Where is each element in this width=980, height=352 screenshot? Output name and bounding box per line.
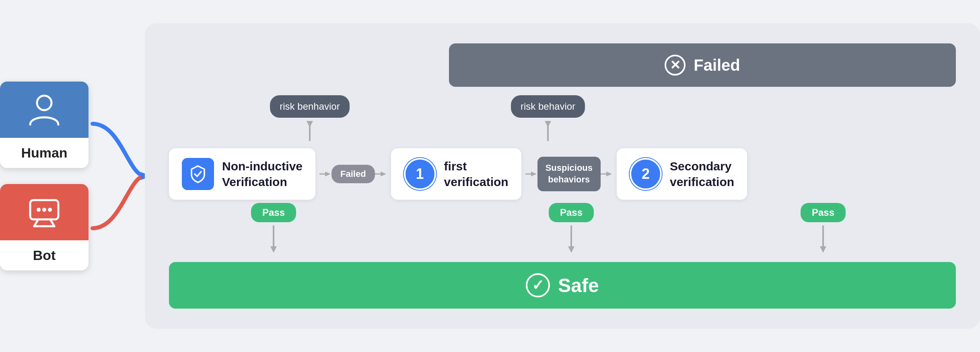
svg-line-3 — [50, 219, 54, 226]
pass-badge-2: Pass — [549, 203, 594, 222]
pass-badge-3: Pass — [801, 203, 846, 222]
pass2-group: Pass — [515, 203, 628, 254]
risk1-group: risk benhavior — [237, 95, 382, 145]
secondary-verification-text: Secondary verification — [670, 158, 734, 190]
human-icon-area — [0, 82, 89, 138]
first-verification-node: 1 first verification — [391, 148, 521, 200]
risk-label-2: risk behavior — [511, 95, 585, 118]
x-icon: ✕ — [665, 55, 686, 76]
risk2-group: risk behavior — [511, 95, 585, 145]
middle-section: risk benhavior risk behavior — [169, 95, 956, 254]
svg-point-6 — [42, 208, 46, 212]
non-inductive-node: Non-inductive Verification — [169, 148, 315, 200]
suspicious-badge: Suspiciousbehaviors — [537, 157, 601, 191]
suspicious-connector: Suspiciousbehaviors — [521, 157, 617, 191]
pass-arrows-row: Pass Pass Pass — [169, 203, 956, 254]
failed-bar-row: ✕ Failed — [169, 43, 956, 87]
pass-badge-1: Pass — [251, 203, 296, 222]
secondary-verification-node: 2 Secondary verification — [617, 148, 747, 200]
svg-point-0 — [37, 96, 51, 110]
svg-marker-18 — [531, 172, 537, 176]
page-container: Human Bot — [0, 0, 980, 352]
svg-marker-14 — [325, 172, 331, 176]
svg-marker-20 — [606, 172, 612, 176]
svg-marker-12 — [545, 121, 551, 127]
flow-area: ✕ Failed risk benhavior risk b — [145, 23, 980, 329]
pass1-group: Pass — [217, 203, 330, 254]
human-label: Human — [0, 138, 89, 168]
entities-panel: Human Bot — [0, 82, 89, 270]
safe-label: Safe — [558, 274, 599, 297]
failed-label: Failed — [694, 56, 740, 74]
svg-marker-22 — [270, 246, 277, 253]
failed-badge-connector: Failed — [331, 165, 375, 183]
safe-bar: ✓ Safe — [169, 262, 956, 309]
bot-label: Bot — [0, 240, 89, 270]
svg-point-5 — [37, 208, 41, 212]
pass3-group: Pass — [801, 203, 846, 254]
number-2-circle: 2 — [630, 158, 662, 190]
bot-icon-area — [0, 184, 89, 240]
number-1-circle: 1 — [404, 158, 436, 190]
check-circle-icon: ✓ — [526, 273, 550, 297]
shield-icon-box — [182, 158, 214, 190]
failed-bar: ✕ Failed — [449, 43, 956, 87]
svg-point-7 — [48, 208, 52, 212]
risk-label-1: risk benhavior — [270, 95, 349, 118]
human-entity-card: Human — [0, 82, 89, 168]
bot-entity-card: Bot — [0, 184, 89, 270]
svg-line-2 — [34, 219, 38, 226]
svg-marker-10 — [307, 121, 313, 127]
main-flow-row: Non-inductive Verification Failed 1 — [169, 148, 956, 200]
first-verification-text: first verification — [444, 158, 509, 190]
non-inductive-text: Non-inductive Verification — [222, 158, 303, 190]
failed-connector: Failed — [315, 165, 391, 183]
svg-marker-26 — [820, 246, 826, 253]
entity-connectors — [89, 76, 145, 276]
svg-marker-24 — [568, 246, 574, 253]
svg-marker-16 — [381, 172, 386, 176]
risk-arrows-row: risk benhavior risk behavior — [169, 95, 956, 145]
